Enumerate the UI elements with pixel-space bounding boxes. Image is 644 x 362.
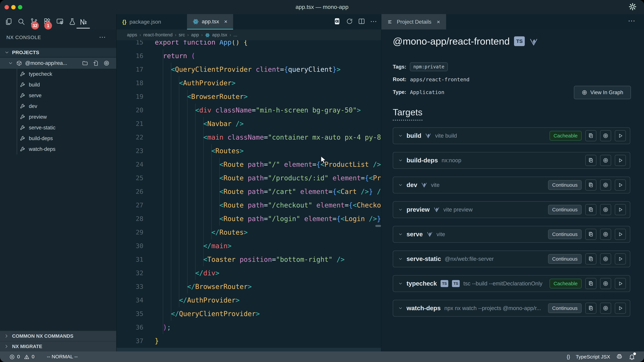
scrollbar-thumb[interactable] [375, 225, 381, 227]
code-line-34[interactable]: 34 </AuthProvider> [116, 294, 381, 307]
code-line-31[interactable]: 31 <Toaster position="bottom-right" /> [116, 253, 381, 266]
code-line-36[interactable]: 36 ); [116, 321, 381, 334]
chevron-down-icon[interactable] [398, 183, 403, 187]
panel-more-icon[interactable]: ⋯ [628, 16, 636, 25]
copy-task-icon[interactable] [585, 303, 596, 314]
code-line-33[interactable]: 33 </BrowserRouter> [116, 280, 381, 294]
code-line-29[interactable]: 29 </Routes> [116, 226, 381, 239]
code-line-38[interactable]: 38 [116, 348, 381, 352]
code-line-30[interactable]: 30 </main> [116, 239, 381, 253]
breadcrumb-item[interactable]: ... [234, 32, 237, 37]
chevron-down-icon[interactable] [398, 158, 403, 163]
copy-task-icon[interactable] [585, 253, 596, 265]
copy-task-icon[interactable] [585, 278, 596, 289]
sidebar-section-common-nx-commands[interactable]: COMMON NX COMMANDS [0, 331, 116, 341]
view-in-graph-icon[interactable] [600, 155, 611, 166]
run-target-icon[interactable] [615, 303, 626, 314]
tab-close-icon[interactable]: × [224, 18, 228, 25]
run-target-icon[interactable] [615, 130, 626, 141]
warnings-icon[interactable] [24, 354, 29, 360]
chevron-down-icon[interactable] [398, 281, 403, 286]
code-line-35[interactable]: 35 </QueryClientProvider> [116, 307, 381, 321]
beaker-icon[interactable] [68, 18, 76, 25]
chevron-down-icon[interactable] [398, 257, 403, 261]
notifications-bell-icon[interactable] [628, 354, 635, 360]
target-card-watch-deps[interactable]: watch-depsnpx nx watch --projects @mono-… [393, 300, 630, 317]
copy-task-icon[interactable] [585, 130, 596, 141]
code-line-25[interactable]: 25 <Route path="/products/:id" element={… [116, 171, 381, 185]
sidebar-target-build-deps[interactable]: build-deps [0, 133, 116, 144]
chevron-down-icon[interactable] [398, 232, 403, 237]
run-target-icon[interactable] [333, 17, 341, 25]
target-card-preview[interactable]: previewvite previewContinuous [393, 201, 630, 218]
code-line-23[interactable]: 23 <Routes> [116, 144, 381, 158]
code-line-32[interactable]: 32 </div> [116, 266, 381, 280]
breadcrumb[interactable]: apps›react-frontend›src›app›app.tsx›... [116, 29, 381, 40]
view-in-graph-icon[interactable] [600, 278, 611, 289]
sidebar-more-icon[interactable]: ⋯ [99, 33, 106, 41]
view-in-graph-icon[interactable] [600, 253, 611, 265]
code-line-37[interactable]: 37} [116, 334, 381, 348]
run-target-icon[interactable] [615, 278, 626, 289]
target-card-dev[interactable]: devviteContinuous [393, 177, 630, 193]
sidebar-target-typecheck[interactable]: typecheck [0, 69, 116, 79]
open-config-file-icon[interactable] [93, 60, 99, 66]
focus-target-icon[interactable] [104, 60, 110, 66]
copy-task-icon[interactable] [585, 204, 596, 215]
run-target-icon[interactable] [615, 253, 626, 265]
code-area[interactable]: 15export function App() {16 return (17 <… [116, 40, 381, 352]
panel-tab-close-icon[interactable]: × [437, 18, 440, 25]
tab-package-json[interactable]: {} package.json [116, 14, 167, 29]
code-line-24[interactable]: 24 <Route path="/" element={<ProductList… [116, 158, 381, 171]
copy-task-icon[interactable] [585, 179, 596, 191]
remote-window-icon[interactable] [56, 18, 64, 25]
code-line-18[interactable]: 18 <AuthProvider> [116, 76, 381, 90]
target-card-typecheck[interactable]: typecheckTSTStsc --build --emitDeclarati… [393, 275, 630, 292]
sidebar-target-serve-static[interactable]: serve-static [0, 122, 116, 133]
copy-task-icon[interactable] [585, 155, 596, 166]
view-in-graph-icon[interactable] [600, 303, 611, 314]
run-target-icon[interactable] [615, 204, 626, 215]
code-line-15[interactable]: 15export function App() { [116, 40, 381, 49]
code-line-20[interactable]: 20 <div className="min-h-screen bg-gray-… [116, 103, 381, 117]
tab-app-tsx[interactable]: app.tsx × [187, 14, 233, 29]
breadcrumb-item[interactable]: apps [127, 32, 137, 37]
code-line-21[interactable]: 21 <Navbar /> [116, 117, 381, 131]
copy-task-icon[interactable] [585, 229, 596, 240]
breadcrumb-item[interactable]: react-frontend [143, 32, 172, 37]
view-in-graph-icon[interactable] [600, 229, 611, 240]
code-line-16[interactable]: 16 return ( [116, 49, 381, 63]
view-in-graph-icon[interactable] [600, 179, 611, 191]
nx-icon[interactable] [80, 18, 88, 26]
view-in-graph-button[interactable]: View In Graph [574, 86, 631, 99]
sidebar-target-preview[interactable]: preview [0, 112, 116, 122]
copilot-icon[interactable] [616, 353, 623, 360]
view-in-graph-icon[interactable] [600, 130, 611, 141]
tab-project-details[interactable]: Project Details × [381, 14, 446, 30]
run-target-icon[interactable] [615, 155, 626, 166]
project-row[interactable]: @mono-app/rea... [0, 58, 116, 69]
run-target-icon[interactable] [615, 229, 626, 240]
chevron-down-icon[interactable] [398, 133, 403, 138]
search-icon[interactable] [18, 18, 25, 25]
sidebar-target-dev[interactable]: dev [0, 101, 116, 112]
projects-section-header[interactable]: PROJECTS [0, 48, 116, 57]
language-mode[interactable]: TypeScript JSX [576, 354, 610, 360]
code-line-26[interactable]: 26 <Route path="/cart" element={<Cart />… [116, 185, 381, 198]
code-line-22[interactable]: 22 <main className="container mx-auto px… [116, 131, 381, 144]
files-icon[interactable] [5, 18, 12, 25]
chevron-down-icon[interactable] [398, 306, 403, 311]
breadcrumb-item[interactable]: app.tsx [212, 32, 227, 37]
target-card-build-deps[interactable]: build-depsnx:noop [393, 152, 630, 169]
sidebar-target-watch-deps[interactable]: watch-deps [0, 144, 116, 155]
folder-icon[interactable] [82, 60, 88, 66]
code-line-27[interactable]: 27 <Route path="/checkout" element={<Che… [116, 198, 381, 212]
sidebar-target-build[interactable]: build [0, 79, 116, 90]
run-target-icon[interactable] [615, 179, 626, 191]
sidebar-section-nx-migrate[interactable]: NX MIGRATE [0, 341, 116, 352]
refresh-icon[interactable] [346, 18, 353, 25]
errors-icon[interactable] [10, 354, 15, 360]
target-card-serve-static[interactable]: serve-static@nx/web:file-serverContinuou… [393, 251, 630, 267]
breadcrumb-item[interactable]: src [178, 32, 185, 37]
target-card-build[interactable]: buildvite buildCacheable [393, 127, 630, 144]
